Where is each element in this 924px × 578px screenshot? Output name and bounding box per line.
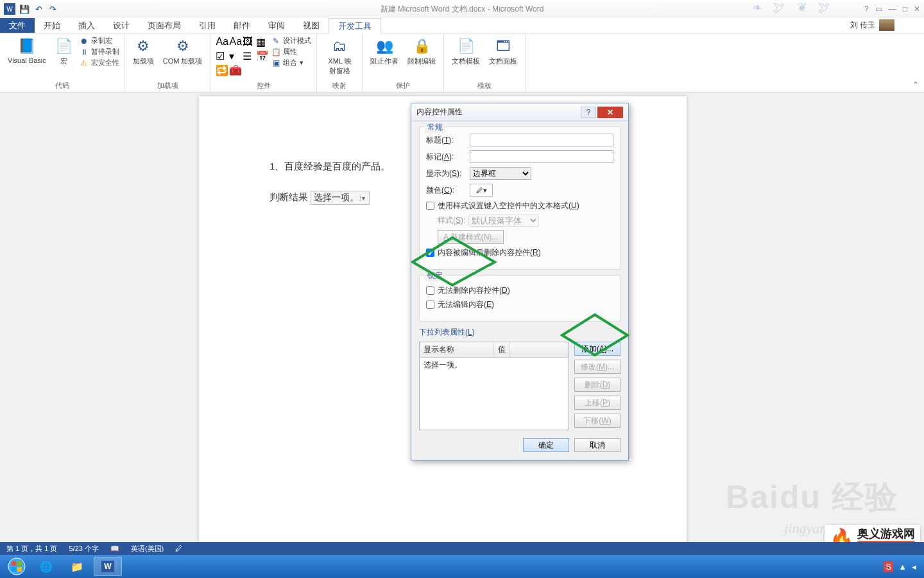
dialog-help-icon[interactable]: ? (581, 107, 596, 118)
combobox-ctrl-icon[interactable]: ▾ (229, 50, 241, 62)
legacy-ctrl-icon[interactable]: 🧰 (229, 64, 241, 76)
cant-edit-checkbox[interactable] (426, 301, 434, 309)
macros-button[interactable]: 📄宏 (53, 36, 76, 67)
use-style-checkbox[interactable] (426, 202, 434, 210)
visual-basic-button[interactable]: 📘Visual Basic (5, 36, 49, 66)
doc-template-button[interactable]: 📄文档模板 (449, 36, 483, 67)
tab-layout[interactable]: 页面布局 (139, 18, 190, 33)
minimize-icon[interactable]: — (889, 4, 896, 13)
record-icon: ⏺ (80, 37, 89, 46)
taskbar-explorer[interactable]: 📁 (63, 557, 91, 576)
style-select: 默认段落字体 (468, 215, 539, 227)
xml-mapping-button[interactable]: 🗂XML 映射窗格 (322, 36, 357, 77)
title-label: 标题(T): (426, 135, 466, 146)
avatar (879, 19, 894, 31)
tab-mailings[interactable]: 邮件 (225, 18, 259, 33)
picture-ctrl-icon[interactable]: 🖼 (243, 36, 254, 48)
pause-record-button[interactable]: ⏸暂停录制 (80, 47, 119, 57)
section-lock: 锁定 无法删除内容控件(D) 无法编辑内容(E) (419, 275, 620, 322)
redo-icon[interactable]: ↷ (47, 4, 58, 14)
block-authors-button[interactable]: 👥阻止作者 (368, 36, 401, 67)
addin-icon: ⚙ (134, 37, 152, 55)
addins-button[interactable]: ⚙加载项 (130, 36, 157, 67)
checkbox-ctrl-icon[interactable]: ☑ (216, 50, 227, 62)
group-label-controls: 控件 (216, 80, 311, 91)
status-language[interactable]: 英语(美国) (131, 544, 164, 554)
line2-label: 判断结果 (270, 191, 308, 202)
properties-button[interactable]: 📋属性 (271, 47, 311, 57)
list-item[interactable]: 选择一项。 (420, 358, 569, 372)
maximize-icon[interactable]: □ (903, 4, 907, 13)
legend-general: 常规 (425, 122, 445, 133)
dialog-close-icon[interactable]: ✕ (597, 107, 623, 118)
doc-panel-button[interactable]: 🗔文档面板 (486, 36, 520, 67)
logo-cn: 奥义游戏网 (857, 528, 915, 541)
dropdown-content-control[interactable]: 选择一项。 ▾ (311, 191, 370, 205)
tab-references[interactable]: 引用 (190, 18, 225, 33)
dropdown-text: 选择一项。 (314, 192, 359, 204)
buildingblock-ctrl-icon[interactable]: ▦ (256, 36, 268, 48)
tray-ime-icon[interactable]: S (884, 561, 893, 572)
tab-design[interactable]: 设计 (104, 18, 139, 33)
undo-icon[interactable]: ↶ (33, 4, 44, 14)
dialog-titlebar[interactable]: 内容控件属性 ? ✕ (411, 103, 628, 121)
date-ctrl-icon[interactable]: 📅 (256, 50, 268, 62)
tab-file[interactable]: 文件 (0, 18, 35, 33)
tab-review[interactable]: 审阅 (259, 18, 294, 33)
user-account[interactable]: 刘 传玉 (850, 19, 894, 31)
status-page[interactable]: 第 1 页，共 1 页 (6, 544, 57, 554)
status-spelling-icon[interactable]: 📖 (110, 545, 119, 553)
ribbon-opts-icon[interactable]: ▭ (875, 4, 882, 13)
tab-insert[interactable]: 插入 (69, 18, 104, 33)
group-label-code: 代码 (5, 80, 119, 91)
watermark-baidu: Baidu 经验 (726, 476, 898, 519)
richtext-ctrl-icon[interactable]: Aa (216, 36, 227, 48)
chevron-down-icon[interactable]: ▾ (360, 195, 366, 202)
legend-list: 下拉列表属性(L) (419, 327, 620, 338)
help-icon[interactable]: ? (864, 4, 869, 13)
taskbar-ie[interactable]: 🌐 (32, 557, 60, 576)
xml-icon: 🗂 (330, 37, 348, 55)
col-value: 值 (494, 342, 510, 357)
ribbon-collapse-icon[interactable]: ⌃ (912, 80, 919, 89)
close-icon[interactable]: ✕ (914, 4, 920, 13)
tray-expand-icon[interactable]: ◂ (912, 562, 916, 572)
tab-home[interactable]: 开始 (35, 18, 69, 33)
macro-security-button[interactable]: ⚠宏安全性 (80, 58, 119, 67)
record-macro-button[interactable]: ⏺录制宏 (80, 36, 119, 46)
cant-delete-label: 无法删除内容控件(D) (438, 285, 510, 296)
tray-flag-icon[interactable]: ▲ (898, 562, 907, 572)
dropdown-ctrl-icon[interactable]: ☰ (243, 50, 254, 62)
group-button[interactable]: ▣组合 ▾ (271, 58, 311, 67)
taskbar-word[interactable]: W (94, 557, 122, 576)
panel-icon: 🗔 (494, 37, 512, 55)
color-label: 颜色(C): (426, 185, 466, 196)
tab-developer[interactable]: 开发工具 (329, 18, 381, 33)
ok-button[interactable]: 确定 (523, 438, 569, 452)
cant-delete-checkbox[interactable] (426, 286, 434, 295)
com-addins-button[interactable]: ⚙COM 加载项 (160, 36, 205, 67)
status-words[interactable]: 5/23 个字 (69, 544, 98, 554)
show-as-select[interactable]: 边界框 (470, 167, 531, 180)
design-mode-button[interactable]: ✎设计模式 (271, 36, 311, 46)
status-insert-icon[interactable]: 🖊 (175, 545, 182, 552)
cancel-button[interactable]: 取消 (574, 438, 620, 452)
save-icon[interactable]: 💾 (19, 4, 30, 14)
remove-after-edit-checkbox[interactable] (426, 249, 434, 257)
group-label-mapping: 映射 (322, 80, 357, 91)
tab-view[interactable]: 视图 (294, 18, 329, 33)
plaintext-ctrl-icon[interactable]: Aa (229, 36, 241, 48)
color-picker-button[interactable]: 🖉▾ (470, 184, 493, 197)
moveup-button: 上移(P) (574, 396, 620, 410)
add-button[interactable]: 添加(A)... (574, 342, 620, 356)
restrict-editing-button[interactable]: 🔒限制编辑 (405, 36, 438, 67)
repeating-ctrl-icon[interactable]: 🔁 (216, 64, 227, 76)
start-button[interactable] (4, 557, 30, 576)
group-controls: Aa Aa 🖼 ▦ ☑ ▾ ☰ 📅 🔁 🧰 ✎设计模式 📋属性 ▣组合 ▾ 控件 (210, 33, 317, 92)
title-input[interactable] (470, 134, 613, 146)
shield-icon: ⚠ (80, 58, 89, 67)
svg-rect-5 (12, 567, 16, 572)
delete-button: 删除(D) (574, 378, 620, 392)
tag-input[interactable] (470, 150, 613, 163)
dropdown-items-list[interactable]: 显示名称值 选择一项。 (419, 342, 569, 430)
